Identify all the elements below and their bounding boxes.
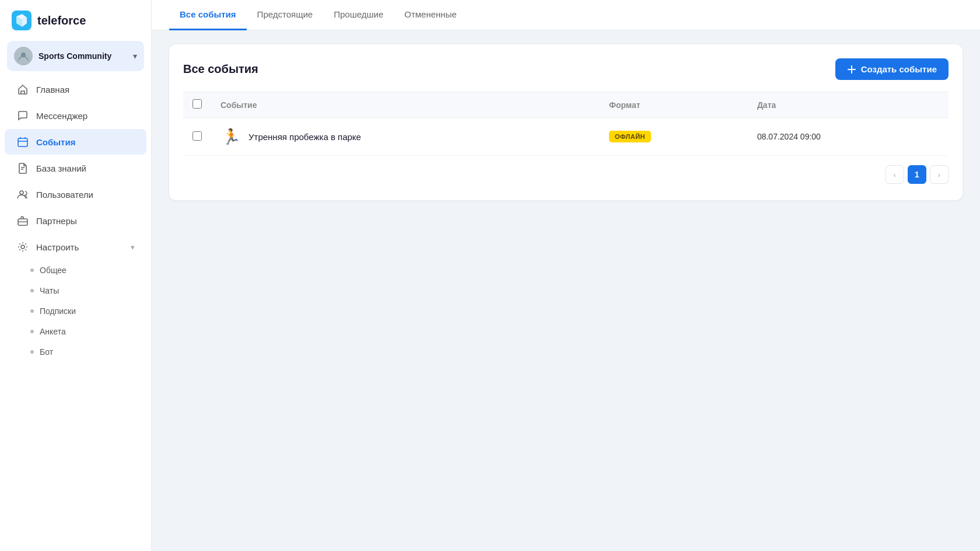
event-format-cell: ОФЛАЙН xyxy=(600,118,748,156)
sidebar-item-messenger[interactable]: Мессенджер xyxy=(5,103,146,128)
logo-icon xyxy=(12,11,32,30)
sub-dot-icon xyxy=(30,350,34,354)
sidebar: teleforce Sports Community ▾ Главная xyxy=(0,0,152,551)
pagination-page-1[interactable]: 1 xyxy=(908,165,926,184)
content-area: Все события Создать событие Событие xyxy=(152,30,980,551)
create-event-label: Создать событие xyxy=(861,64,937,74)
sidebar-item-users[interactable]: Пользователи xyxy=(5,182,146,207)
col-format: Формат xyxy=(600,92,748,118)
events-title: Все события xyxy=(183,62,258,76)
svg-point-5 xyxy=(21,245,24,249)
sidebar-item-home[interactable]: Главная xyxy=(5,76,146,102)
plus-icon xyxy=(847,65,856,74)
sidebar-sub-chats[interactable]: Чаты xyxy=(5,281,146,301)
events-card: Все события Создать событие Событие xyxy=(169,44,963,200)
col-event: Событие xyxy=(211,92,600,118)
chat-icon xyxy=(16,109,29,122)
col-checkbox xyxy=(183,92,211,118)
gear-icon xyxy=(16,240,29,253)
pagination: ‹ 1 › xyxy=(183,156,949,186)
sidebar-item-settings[interactable]: Настроить ▾ xyxy=(5,234,146,260)
table-row[interactable]: 🏃 Утренняя пробежка в парке ОФЛАЙН 08.07… xyxy=(183,118,949,156)
logo: teleforce xyxy=(0,0,151,41)
sidebar-sub-bot[interactable]: Бот xyxy=(5,342,146,362)
sub-dot-icon xyxy=(30,289,34,292)
briefcase-icon xyxy=(16,214,29,227)
community-avatar xyxy=(14,47,33,65)
pagination-prev[interactable]: ‹ xyxy=(886,165,904,184)
sidebar-sub-chats-label: Чаты xyxy=(40,286,59,295)
sidebar-item-events-label: События xyxy=(36,137,75,147)
events-table: Событие Формат Дата 🏃 Утренняя про xyxy=(183,92,949,156)
sidebar-sub-subscriptions[interactable]: Подписки xyxy=(5,301,146,321)
chevron-down-icon: ▾ xyxy=(133,51,137,61)
tab-upcoming[interactable]: Предстоящие xyxy=(247,0,324,30)
sidebar-item-events[interactable]: События xyxy=(5,129,146,155)
sidebar-item-knowledge-label: База знаний xyxy=(36,163,86,173)
sub-dot-icon xyxy=(30,309,34,313)
file-icon xyxy=(16,162,29,175)
events-header: Все события Создать событие xyxy=(183,58,949,80)
format-badge: ОФЛАЙН xyxy=(609,131,651,142)
row-checkbox[interactable] xyxy=(192,131,202,141)
event-emoji: 🏃 xyxy=(220,126,242,147)
sidebar-item-messenger-label: Мессенджер xyxy=(36,111,88,121)
main-content: Все события Предстоящие Прошедшие Отмене… xyxy=(152,0,980,551)
event-date-cell: 08.07.2024 09:00 xyxy=(748,118,949,156)
pagination-next[interactable]: › xyxy=(930,165,949,184)
sidebar-item-partners-label: Партнеры xyxy=(36,216,77,226)
event-date-text: 08.07.2024 09:00 xyxy=(757,132,821,141)
sub-dot-icon xyxy=(30,330,34,333)
sidebar-nav: Главная Мессенджер События xyxy=(0,76,151,362)
sidebar-item-users-label: Пользователи xyxy=(36,190,93,200)
home-icon xyxy=(16,83,29,96)
sidebar-item-home-label: Главная xyxy=(36,85,69,95)
col-date: Дата xyxy=(748,92,949,118)
svg-point-3 xyxy=(20,191,23,194)
table-header-row: Событие Формат Дата xyxy=(183,92,949,118)
chevron-down-settings-icon: ▾ xyxy=(131,243,135,252)
sidebar-sub-form-label: Анкета xyxy=(40,327,66,336)
logo-text: teleforce xyxy=(37,14,86,27)
sidebar-sub-general-label: Общее xyxy=(40,266,66,275)
community-name: Sports Community xyxy=(38,51,111,61)
svg-rect-2 xyxy=(18,138,27,147)
calendar-icon xyxy=(16,135,29,148)
tabs-bar: Все события Предстоящие Прошедшие Отмене… xyxy=(152,0,980,30)
sidebar-item-partners[interactable]: Партнеры xyxy=(5,208,146,233)
event-name-cell: 🏃 Утренняя пробежка в парке xyxy=(211,118,600,156)
sidebar-item-settings-label: Настроить xyxy=(36,242,79,252)
users-icon xyxy=(16,188,29,201)
select-all-checkbox[interactable] xyxy=(192,99,202,109)
community-selector[interactable]: Sports Community ▾ xyxy=(7,41,144,71)
row-checkbox-cell xyxy=(183,118,211,156)
event-name-text: Утренняя пробежка в парке xyxy=(249,132,361,142)
tab-all-events[interactable]: Все события xyxy=(169,0,247,30)
sidebar-sub-bot-label: Бот xyxy=(40,347,53,357)
create-event-button[interactable]: Создать событие xyxy=(835,58,949,80)
sidebar-sub-subscriptions-label: Подписки xyxy=(40,306,76,316)
sidebar-sub-form[interactable]: Анкета xyxy=(5,322,146,341)
sidebar-sub-general[interactable]: Общее xyxy=(5,260,146,280)
sidebar-item-knowledge[interactable]: База знаний xyxy=(5,155,146,181)
sub-dot-icon xyxy=(30,268,34,272)
tab-past[interactable]: Прошедшие xyxy=(323,0,394,30)
tab-cancelled[interactable]: Отмененные xyxy=(394,0,467,30)
